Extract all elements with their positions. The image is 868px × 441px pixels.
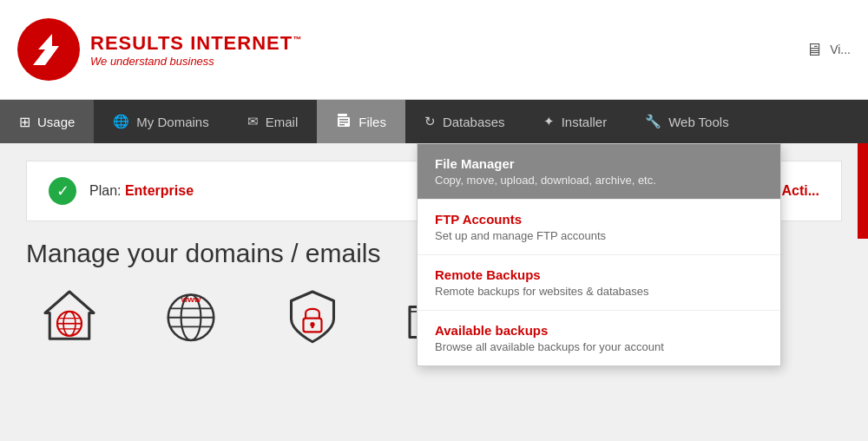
nav-item-my-domains[interactable]: 🌐 My Domains — [94, 100, 227, 143]
file-manager-title: File Manager — [435, 156, 763, 171]
security-svg — [282, 286, 343, 346]
icon-hosted-domain — [26, 286, 113, 346]
nav-item-files[interactable]: Files — [317, 100, 405, 143]
logo-container: RESULTS INTERNET™ We understand business — [17, 18, 302, 81]
logo-subtitle: We understand business — [90, 55, 302, 68]
nav-label-databases: Databases — [443, 115, 505, 129]
icon-security — [269, 286, 356, 346]
svg-rect-6 — [339, 124, 345, 126]
svg-rect-5 — [339, 122, 348, 123]
www-svg: www — [161, 286, 221, 346]
nav-item-web-tools[interactable]: 🔧 Web Tools — [626, 100, 748, 143]
ftp-accounts-desc: Set up and manage FTP accounts — [435, 229, 763, 242]
nav-label-my-domains: My Domains — [136, 115, 208, 129]
wrench-icon: 🔧 — [645, 114, 661, 129]
nav-label-installer: Installer — [562, 115, 608, 129]
nav-label-usage: Usage — [37, 115, 75, 129]
logo-title-red: INTERNET — [190, 32, 293, 54]
icon-www: www — [148, 286, 234, 346]
svg-rect-21 — [312, 325, 314, 328]
remote-backups-desc: Remote backups for websites & databases — [435, 285, 763, 298]
dropdown-item-remote-backups[interactable]: Remote Backups Remote backups for websit… — [418, 255, 780, 311]
svg-rect-2 — [338, 114, 347, 116]
header: RESULTS INTERNET™ We understand business… — [0, 0, 868, 100]
right-accent-bar — [858, 143, 868, 239]
envelope-icon: ✉ — [247, 114, 259, 129]
svg-rect-4 — [339, 119, 348, 121]
nav-item-databases[interactable]: ↻ Databases — [405, 100, 524, 143]
available-backups-desc: Browse all available backups for your ac… — [435, 340, 763, 353]
puzzle-icon: ✦ — [543, 114, 555, 129]
logo-text: RESULTS INTERNET™ We understand business — [90, 32, 302, 68]
ftp-accounts-title: FTP Accounts — [435, 212, 763, 227]
files-dropdown: File Manager Copy, move, upload, downloa… — [417, 143, 781, 366]
main-nav: ⊞ Usage 🌐 My Domains ✉ Email Files ↻ Dat… — [0, 100, 868, 143]
svg-marker-7 — [45, 292, 94, 339]
nav-label-web-tools: Web Tools — [668, 115, 729, 129]
nav-label-files: Files — [358, 115, 386, 129]
hosted-domain-svg — [39, 286, 100, 346]
plan-label: Plan: — [89, 183, 121, 198]
svg-text:www: www — [181, 294, 201, 304]
nav-item-installer[interactable]: ✦ Installer — [524, 100, 627, 143]
available-backups-title: Available backups — [435, 323, 763, 338]
header-right: 🖥 Vi... — [806, 0, 868, 99]
globe-icon: 🌐 — [113, 114, 129, 129]
grid-icon: ⊞ — [19, 114, 30, 130]
monitor-icon: 🖥 — [806, 40, 823, 60]
check-icon: ✓ — [49, 177, 76, 205]
nav-label-email: Email — [266, 115, 299, 129]
logo-title-normal: RESULTS — [90, 32, 190, 54]
header-right-text[interactable]: Vi... — [830, 43, 851, 56]
nav-item-usage[interactable]: ⊞ Usage — [0, 100, 94, 143]
file-manager-desc: Copy, move, upload, download, archive, e… — [435, 174, 763, 187]
status-value: Acti... — [781, 183, 819, 198]
remote-backups-title: Remote Backups — [435, 267, 763, 282]
dropdown-item-file-manager[interactable]: File Manager Copy, move, upload, downloa… — [418, 144, 780, 200]
dropdown-item-available-backups[interactable]: Available backups Browse all available b… — [418, 311, 780, 365]
file-icon — [336, 113, 352, 131]
logo-title: RESULTS INTERNET™ — [90, 32, 302, 55]
refresh-icon: ↻ — [424, 114, 436, 129]
logo-tm: ™ — [293, 34, 302, 43]
nav-item-email[interactable]: ✉ Email — [228, 100, 318, 143]
plan-value: Enterprise — [125, 183, 194, 198]
dropdown-item-ftp-accounts[interactable]: FTP Accounts Set up and manage FTP accou… — [418, 200, 780, 255]
logo-icon — [17, 18, 80, 81]
